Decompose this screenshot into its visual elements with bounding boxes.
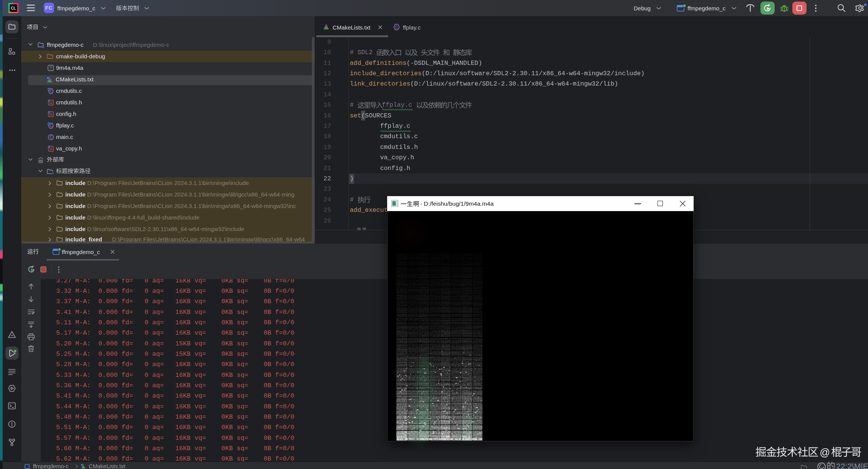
svg-text:@: @: [820, 447, 830, 458]
